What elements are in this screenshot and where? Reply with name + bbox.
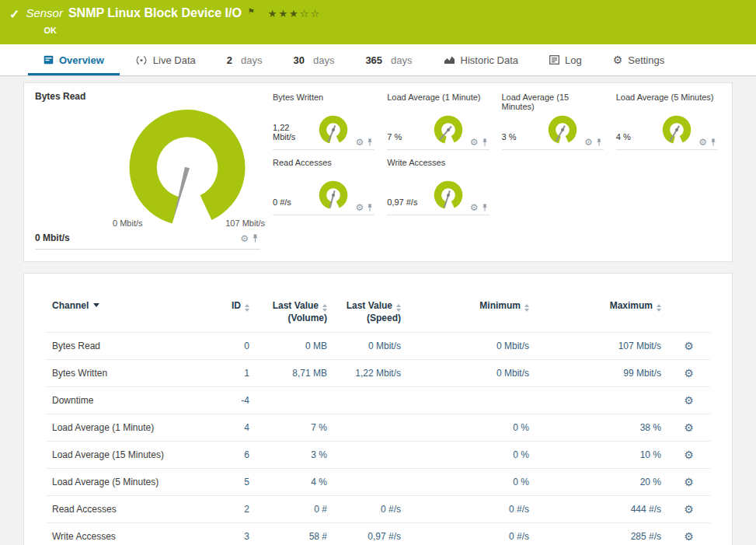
- pin-icon[interactable]: [367, 138, 373, 147]
- sort-icon: [524, 304, 529, 312]
- gauge-title: Read Accesses: [273, 158, 375, 167]
- gear-icon[interactable]: ⚙: [470, 203, 479, 212]
- gauge-dial: [656, 114, 698, 149]
- col-header-maximum[interactable]: Maximum: [535, 297, 667, 333]
- col-header-id[interactable]: ID: [201, 297, 256, 333]
- gear-icon[interactable]: ⚙: [699, 138, 707, 147]
- big-gauge-value: 0 Mbit/s: [35, 232, 70, 243]
- table-row-load-average-15-minutes[interactable]: Load Average (15 Minutes) 6 3 % 0 % 10 %…: [46, 442, 710, 469]
- channel-settings-icon[interactable]: ⚙: [684, 367, 694, 379]
- channel-settings-icon[interactable]: ⚙: [684, 503, 694, 515]
- star-4[interactable]: ☆: [300, 8, 311, 19]
- tab-label: days: [241, 54, 262, 66]
- star-5[interactable]: ☆: [310, 8, 321, 19]
- tab-log[interactable]: Log: [534, 44, 597, 75]
- small-gauge-write-accesses[interactable]: Write Accesses 0,97 #/s ⚙: [387, 158, 489, 215]
- overview-content: Bytes Read 0 Mbit/s 107 Mbit/s 0 Mbit/s …: [0, 76, 756, 545]
- gauge-value: 3 %: [502, 132, 517, 141]
- gauge-title: Load Average (1 Minute): [387, 93, 489, 102]
- table-row-bytes-written[interactable]: Bytes Written 1 8,71 MB 1,22 Mbit/s 0 Mb…: [46, 360, 710, 387]
- tab-live-data[interactable]: Live Data: [120, 44, 211, 75]
- sensor-header: ✓ Sensor SNMP Linux Block Device I/O ⚑ ★…: [0, 0, 756, 44]
- flag-icon[interactable]: ⚑: [248, 7, 255, 16]
- tab-label: Log: [565, 54, 582, 66]
- channel-settings-icon[interactable]: ⚙: [684, 530, 694, 543]
- pin-icon[interactable]: [482, 204, 488, 212]
- small-gauge-load-average-1-minute[interactable]: Load Average (1 Minute) 7 % ⚙: [387, 93, 489, 150]
- gauge-title: Load Average (5 Minutes): [616, 93, 718, 102]
- channels-table: Channel ID Last Value(Volume) Last Value…: [46, 297, 710, 545]
- channel-settings-icon[interactable]: ⚙: [684, 394, 694, 407]
- tab-historic-data[interactable]: Historic Data: [428, 44, 534, 75]
- gauge-value: 7 %: [387, 132, 402, 141]
- table-row-load-average-1-minute[interactable]: Load Average (1 Minute) 4 7 % 0 % 38 % ⚙: [46, 414, 710, 442]
- sort-icon: [657, 304, 661, 312]
- small-gauge-bytes-written[interactable]: Bytes Written 1,22 Mbit/s ⚙: [273, 93, 375, 150]
- star-3[interactable]: ★: [289, 8, 300, 19]
- small-gauge-read-accesses[interactable]: Read Accesses 0 #/s ⚙: [273, 158, 375, 215]
- sort-icon: [245, 304, 249, 312]
- gear-icon[interactable]: ⚙: [355, 203, 364, 212]
- big-gauge-bytes-read: Bytes Read 0 Mbit/s 107 Mbit/s 0 Mbit/s …: [24, 83, 270, 261]
- tab-2-days[interactable]: 2 days: [211, 44, 278, 75]
- pin-icon[interactable]: [482, 138, 488, 147]
- table-row-read-accesses[interactable]: Read Accesses 2 0 # 0 #/s 0 #/s 444 #/s …: [46, 496, 710, 523]
- tab-overview[interactable]: Overview: [28, 44, 120, 75]
- big-gauge-dial: 0 Mbit/s 107 Mbit/s: [35, 102, 260, 232]
- gauge-dial: [542, 114, 584, 149]
- col-header-channel[interactable]: Channel: [46, 297, 201, 333]
- tab-number: 30: [293, 54, 304, 66]
- tab-label: days: [391, 54, 412, 66]
- gauge-scale-max: 107 Mbit/s: [225, 218, 265, 228]
- tab-label: days: [313, 54, 334, 66]
- status-badge: OK: [44, 26, 321, 35]
- gauge-value: 0 #/s: [273, 197, 291, 207]
- tab-settings[interactable]: ⚙ Settings: [597, 44, 681, 75]
- gear-icon[interactable]: ⚙: [470, 138, 479, 147]
- gauge-value: 1,22 Mbit/s: [273, 123, 312, 141]
- gear-icon[interactable]: ⚙: [240, 234, 249, 243]
- channel-settings-icon[interactable]: ⚙: [684, 476, 694, 488]
- channel-settings-icon[interactable]: ⚙: [684, 449, 694, 461]
- pin-icon[interactable]: [710, 138, 716, 147]
- table-row-downtime[interactable]: Downtime -4 ⚙: [46, 387, 710, 414]
- settings-gear-icon: ⚙: [613, 54, 623, 65]
- gauge-title: Write Accesses: [387, 158, 489, 167]
- star-1[interactable]: ★: [268, 8, 279, 19]
- col-header-last-value-speed[interactable]: Last Value(Speed): [333, 297, 407, 333]
- tab-number: 365: [365, 54, 382, 66]
- gauge-scale-min: 0 Mbit/s: [113, 218, 143, 228]
- gauge-value: 4 %: [616, 132, 631, 141]
- small-gauge-load-average-15-minutes[interactable]: Load Average (15 Minutes) 3 % ⚙: [502, 93, 604, 150]
- tab-bar: Overview Live Data 2 days 30 days 365 da…: [0, 44, 756, 76]
- table-row-load-average-5-minutes[interactable]: Load Average (5 Minutes) 5 4 % 0 % 20 % …: [46, 469, 710, 496]
- col-header-actions: [667, 297, 710, 333]
- tab-label: Live Data: [153, 54, 196, 66]
- table-row-bytes-read[interactable]: Bytes Read 0 0 MB 0 Mbit/s 0 Mbit/s 107 …: [46, 333, 710, 360]
- gauges-panel: Bytes Read 0 Mbit/s 107 Mbit/s 0 Mbit/s …: [23, 82, 733, 262]
- sort-icon: [322, 304, 327, 312]
- pin-icon[interactable]: [252, 234, 259, 243]
- tab-30-days[interactable]: 30 days: [277, 44, 350, 75]
- small-gauge-load-average-5-minutes[interactable]: Load Average (5 Minutes) 4 % ⚙: [616, 93, 718, 150]
- priority-stars[interactable]: ★★★☆☆: [268, 8, 321, 19]
- col-header-minimum[interactable]: Minimum: [407, 297, 535, 333]
- gauge-title: Load Average (15 Minutes): [502, 93, 604, 111]
- gauge-dial: [427, 179, 469, 215]
- sort-icon: [396, 304, 401, 312]
- gear-icon[interactable]: ⚙: [355, 138, 364, 147]
- col-header-last-value-volume[interactable]: Last Value(Volume): [256, 297, 333, 333]
- pin-icon[interactable]: [367, 204, 373, 212]
- channel-settings-icon[interactable]: ⚙: [684, 340, 694, 352]
- gear-icon[interactable]: ⚙: [584, 138, 593, 147]
- star-2[interactable]: ★: [278, 8, 289, 19]
- tab-label: Historic Data: [461, 54, 518, 66]
- tab-label: Overview: [59, 54, 104, 66]
- channel-settings-icon[interactable]: ⚙: [684, 421, 694, 434]
- big-gauge-title: Bytes Read: [35, 91, 260, 102]
- pin-icon[interactable]: [596, 138, 602, 147]
- tab-365-days[interactable]: 365 days: [350, 44, 427, 75]
- tab-label: Settings: [628, 54, 664, 66]
- live-data-icon: [135, 55, 148, 65]
- table-row-write-accesses[interactable]: Write Accesses 3 58 # 0,97 #/s 0 #/s 285…: [46, 523, 710, 545]
